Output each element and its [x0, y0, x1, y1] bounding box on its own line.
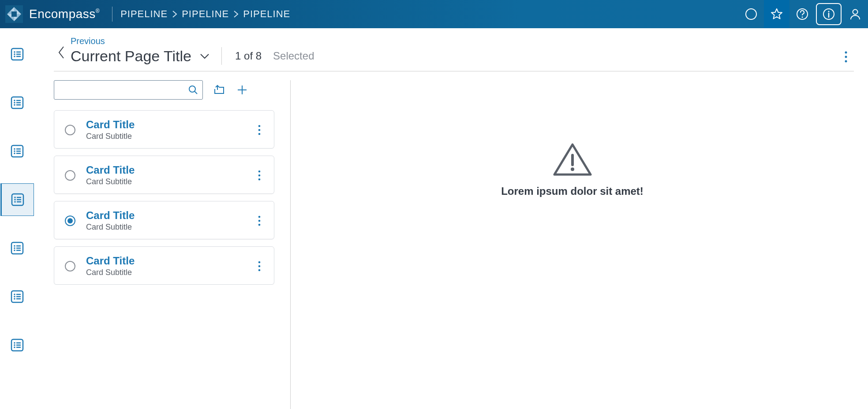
dropdown-chevron-icon[interactable] [199, 52, 210, 59]
card-subtitle: Card Subtitle [86, 177, 242, 186]
back-chevron-icon[interactable] [54, 41, 69, 64]
panes: Card Title Card Subtitle Card Title Card… [54, 71, 854, 409]
svg-point-16 [853, 10, 858, 15]
rail-item[interactable] [1, 232, 34, 264]
empty-state-text: Lorem ipsum dolor sit amet! [501, 185, 644, 197]
card-body: Card Title Card Subtitle [86, 255, 242, 277]
brand-name: Encompass® [29, 7, 100, 21]
list-icon [10, 144, 24, 158]
card-menu-kebab-icon[interactable] [253, 167, 266, 184]
svg-point-9 [746, 9, 756, 19]
card-list: Card Title Card Subtitle Card Title Card… [54, 110, 274, 285]
svg-point-66 [845, 52, 847, 54]
svg-marker-10 [771, 9, 782, 19]
breadcrumb-item[interactable]: PIPELINE [120, 8, 168, 20]
svg-line-70 [195, 92, 198, 94]
card[interactable]: Card Title Card Subtitle [54, 110, 274, 149]
list-icon [10, 96, 24, 110]
breadcrumb-item[interactable]: PIPELINE [243, 8, 290, 20]
rail-item[interactable] [1, 86, 34, 119]
svg-point-41 [14, 199, 16, 201]
add-icon[interactable] [236, 83, 249, 97]
svg-point-48 [14, 247, 15, 249]
svg-point-12 [802, 17, 803, 18]
rail-item[interactable] [1, 135, 34, 167]
card-title: Card Title [86, 209, 242, 222]
card[interactable]: Card Title Card Subtitle [54, 201, 274, 239]
user-icon[interactable] [842, 0, 868, 28]
svg-point-18 [14, 51, 15, 53]
detail-pane: Lorem ipsum dolor sit amet! [290, 80, 854, 409]
svg-point-60 [14, 342, 15, 344]
svg-point-76 [258, 170, 261, 172]
layout: Previous Current Page Title 1 of 8 Selec… [0, 28, 868, 409]
rail-item[interactable] [1, 38, 34, 71]
list-icon [10, 47, 24, 61]
rail-item[interactable] [1, 280, 34, 313]
svg-point-68 [845, 60, 847, 63]
svg-point-83 [258, 265, 261, 267]
card-radio[interactable] [65, 125, 75, 135]
card-body: Card Title Card Subtitle [86, 119, 242, 141]
card-radio[interactable] [65, 261, 75, 271]
card-subtitle: Card Subtitle [86, 223, 242, 232]
card-radio[interactable] [65, 216, 75, 226]
search-icon[interactable] [188, 85, 198, 95]
svg-point-20 [14, 53, 15, 55]
svg-point-87 [571, 167, 574, 171]
svg-point-78 [258, 178, 261, 180]
card-radio[interactable] [65, 170, 75, 181]
topbar-actions [738, 0, 868, 28]
list-icon [10, 241, 24, 255]
card-subtitle: Card Subtitle [86, 132, 242, 141]
favorite-star-icon[interactable] [764, 0, 789, 28]
card-menu-kebab-icon[interactable] [253, 257, 266, 275]
list-icon [10, 290, 24, 304]
search-field[interactable] [54, 80, 203, 100]
list-icon [10, 338, 24, 352]
card[interactable]: Card Title Card Subtitle [54, 156, 274, 194]
card[interactable]: Card Title Card Subtitle [54, 246, 274, 285]
content: Previous Current Page Title 1 of 8 Selec… [34, 28, 868, 409]
help-icon[interactable] [789, 0, 815, 28]
card-menu-kebab-icon[interactable] [253, 212, 266, 230]
title-stack: Previous Current Page Title 1 of 8 Selec… [71, 36, 314, 65]
breadcrumb-item[interactable]: PIPELINE [182, 8, 229, 20]
rail-item[interactable] [0, 183, 34, 216]
svg-point-82 [258, 261, 261, 263]
chevron-right-icon [172, 10, 177, 18]
card-title: Card Title [86, 119, 242, 131]
svg-point-84 [258, 269, 261, 271]
card-title: Card Title [86, 164, 242, 176]
list-tools [54, 80, 274, 100]
selected-label: Selected [273, 50, 314, 62]
previous-link[interactable]: Previous [71, 36, 314, 46]
search-input[interactable] [59, 86, 188, 95]
left-rail [0, 28, 34, 409]
svg-point-67 [845, 56, 847, 58]
list-pane: Card Title Card Subtitle Card Title Card… [54, 80, 274, 409]
list-icon [11, 193, 25, 207]
page-menu-kebab-icon[interactable] [838, 49, 854, 65]
brand-logo-icon [5, 5, 23, 23]
rail-item[interactable] [1, 329, 34, 361]
svg-point-43 [14, 201, 16, 203]
svg-point-25 [14, 100, 15, 101]
page-count: 1 of 8 [235, 50, 262, 62]
svg-point-50 [14, 249, 15, 251]
card-body: Card Title Card Subtitle [86, 164, 242, 186]
svg-point-22 [14, 56, 15, 57]
empty-state: Lorem ipsum dolor sit amet! [501, 142, 644, 197]
svg-point-64 [14, 346, 15, 348]
chevron-right-icon [233, 10, 239, 18]
card-menu-kebab-icon[interactable] [253, 121, 266, 139]
card-subtitle: Card Subtitle [86, 268, 242, 277]
export-icon[interactable] [213, 83, 226, 97]
svg-point-69 [189, 86, 195, 92]
svg-point-57 [14, 298, 15, 300]
circle-icon[interactable] [738, 0, 764, 28]
svg-point-80 [258, 219, 261, 222]
svg-point-79 [258, 216, 261, 218]
info-icon[interactable] [816, 3, 842, 25]
svg-point-81 [258, 223, 261, 226]
